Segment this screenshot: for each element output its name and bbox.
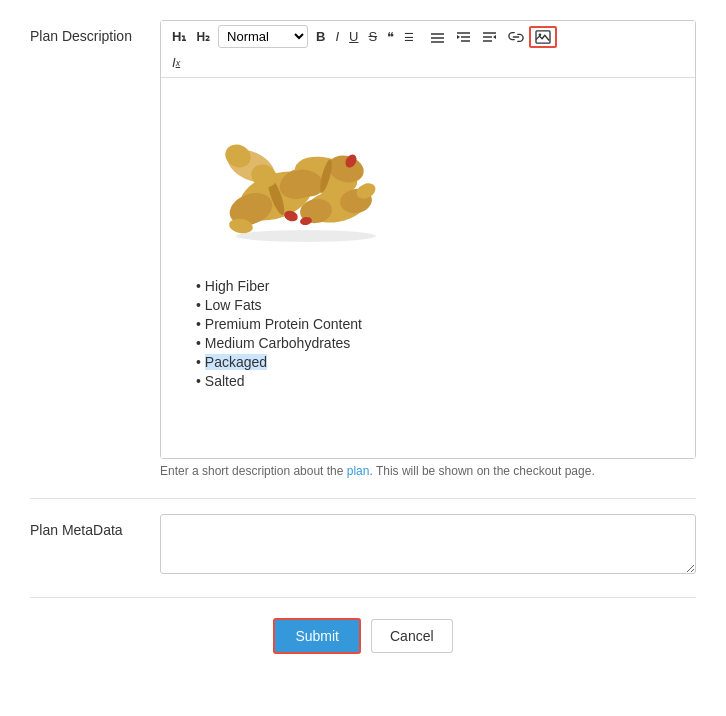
divider-1 <box>30 498 696 499</box>
link-button[interactable] <box>503 27 529 47</box>
list-item: High Fiber <box>196 278 680 294</box>
submit-button[interactable]: Submit <box>273 618 361 654</box>
plan-metadata-label: Plan MetaData <box>30 514 160 538</box>
plan-description-label: Plan Description <box>30 20 160 44</box>
plan-description-row: Plan Description H₁ H₂ Normal Heading 1 … <box>30 20 696 478</box>
hint-prefix: Enter a short description about the <box>160 464 347 478</box>
hint-text: Enter a short description about the plan… <box>160 464 696 478</box>
divider-2 <box>30 597 696 598</box>
editor-container: H₁ H₂ Normal Heading 1 Heading 2 Heading… <box>160 20 696 459</box>
form-actions: Submit Cancel <box>30 618 696 654</box>
svg-marker-11 <box>493 35 496 39</box>
list-item: Medium Carbohydrates <box>196 335 680 351</box>
svg-text:☰: ☰ <box>404 31 414 43</box>
h2-button[interactable]: H₂ <box>191 27 215 47</box>
h1-button[interactable]: H₁ <box>167 26 191 47</box>
underline-button[interactable]: U <box>344 26 363 47</box>
metadata-input[interactable] <box>160 514 696 574</box>
metadata-field <box>160 514 696 577</box>
svg-point-34 <box>236 230 376 242</box>
editor-content[interactable]: High FiberLow FatsPremium Protein Conten… <box>161 78 695 458</box>
ordered-list-button[interactable]: ☰ <box>399 27 425 47</box>
unordered-list-button[interactable] <box>425 27 451 47</box>
list-item: Salted <box>196 373 680 389</box>
hint-suffix: . This will be shown on the checkout pag… <box>369 464 594 478</box>
toolbar-row-1: H₁ H₂ Normal Heading 1 Heading 2 Heading… <box>167 25 689 48</box>
list-item: Premium Protein Content <box>196 316 680 332</box>
image-button[interactable] <box>529 26 557 48</box>
clear-format-button[interactable]: Ix <box>167 52 185 73</box>
bullet-list: High FiberLow FatsPremium Protein Conten… <box>176 278 680 389</box>
italic-button[interactable]: I <box>330 26 344 47</box>
editor-toolbar: H₁ H₂ Normal Heading 1 Heading 2 Heading… <box>161 21 695 78</box>
indent-decrease-button[interactable] <box>451 27 477 47</box>
bold-button[interactable]: B <box>311 26 330 47</box>
indent-increase-button[interactable] <box>477 27 503 47</box>
list-item: Packaged <box>196 354 680 370</box>
plan-metadata-row: Plan MetaData <box>30 514 696 577</box>
quote-button[interactable]: ❝ <box>382 26 399 47</box>
cancel-button[interactable]: Cancel <box>371 619 453 653</box>
editor-field: H₁ H₂ Normal Heading 1 Heading 2 Heading… <box>160 20 696 478</box>
strikethrough-button[interactable]: S <box>363 26 382 47</box>
hint-link: plan <box>347 464 370 478</box>
format-select[interactable]: Normal Heading 1 Heading 2 Heading 3 <box>218 25 308 48</box>
svg-marker-7 <box>457 35 460 39</box>
list-item: Low Fats <box>196 297 680 313</box>
toolbar-row-2: Ix <box>167 50 689 73</box>
peanut-image <box>196 98 396 258</box>
